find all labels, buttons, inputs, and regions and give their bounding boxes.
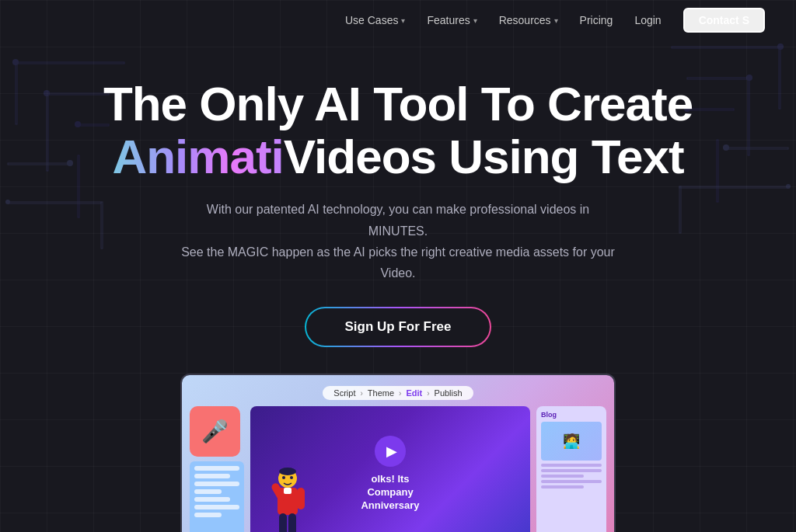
svg-point-37 bbox=[290, 476, 293, 479]
nav-resources[interactable]: Resources ▾ bbox=[499, 14, 558, 26]
steps-pill: Script › Theme › Edit › Publish bbox=[323, 386, 473, 400]
video-text: olks! Its Company Anniversary bbox=[361, 473, 419, 513]
hero-title-line2: Animati Videos Using Text bbox=[112, 130, 683, 183]
preview-frame: Script › Theme › Edit › Publish 🎤 bbox=[180, 374, 616, 532]
person-icon: 🧑‍💻 bbox=[563, 433, 580, 450]
text-line-5 bbox=[194, 497, 230, 502]
nav-features-label: Features bbox=[427, 14, 470, 26]
hero-title-line1: The Only AI Tool To Create bbox=[103, 78, 693, 130]
blog-text-lines bbox=[541, 464, 602, 489]
svg-rect-31 bbox=[284, 488, 292, 494]
chevron-down-icon: ▾ bbox=[473, 16, 477, 25]
mic-icon: 🎤 bbox=[201, 419, 229, 444]
chevron-down-icon: ▾ bbox=[554, 16, 558, 25]
nav-features[interactable]: Features ▾ bbox=[427, 14, 477, 26]
cta-wrapper: Sign Up For Free bbox=[306, 308, 491, 346]
text-line-2 bbox=[194, 474, 230, 478]
video-text-line3: Anniversary bbox=[361, 499, 419, 511]
nav-login[interactable]: Login bbox=[634, 14, 661, 26]
video-background: ▶ olks! Its Company Anniversary bbox=[250, 406, 530, 532]
signup-button[interactable]: Sign Up For Free bbox=[306, 308, 491, 346]
left-lines-panel bbox=[190, 461, 244, 532]
play-icon: ▶ bbox=[386, 443, 397, 460]
left-panel: 🎤 bbox=[190, 406, 244, 532]
svg-rect-33 bbox=[297, 488, 305, 509]
svg-point-29 bbox=[279, 468, 296, 475]
mockup-inner: 🎤 bbox=[190, 406, 606, 532]
text-line-3 bbox=[194, 482, 239, 486]
svg-rect-35 bbox=[288, 513, 296, 532]
nav-pricing-label: Pricing bbox=[580, 14, 613, 26]
step-sep-3: › bbox=[427, 389, 429, 398]
steps-bar: Script › Theme › Edit › Publish bbox=[190, 386, 606, 400]
brand-name-highlight: Animati bbox=[112, 130, 283, 183]
text-line-6 bbox=[194, 505, 239, 509]
blog-line-5 bbox=[541, 485, 584, 489]
step-sep-2: › bbox=[399, 389, 401, 398]
right-panel: Blog 🧑‍💻 bbox=[536, 406, 606, 532]
text-line-4 bbox=[194, 489, 222, 494]
hero-title-rest: Videos Using Text bbox=[284, 130, 684, 183]
step-sep-1: › bbox=[360, 389, 362, 398]
character-figure bbox=[266, 464, 309, 532]
text-line-7 bbox=[194, 513, 222, 517]
nav-pricing[interactable]: Pricing bbox=[580, 14, 613, 26]
step-publish: Publish bbox=[435, 388, 463, 398]
center-video-panel: ▶ olks! Its Company Anniversary bbox=[250, 406, 530, 532]
preview-wrapper: Script › Theme › Edit › Publish 🎤 bbox=[0, 374, 796, 532]
navbar: Use Cases ▾ Features ▾ Resources ▾ Prici… bbox=[0, 0, 796, 40]
nav-contact-button[interactable]: Contact S bbox=[683, 8, 765, 33]
nav-login-label: Login bbox=[634, 14, 661, 26]
svg-point-36 bbox=[282, 476, 285, 479]
step-theme: Theme bbox=[368, 388, 394, 398]
blog-line-4 bbox=[541, 480, 602, 483]
step-edit-active: Edit bbox=[406, 388, 422, 398]
blog-image: 🧑‍💻 bbox=[541, 422, 602, 461]
hero-description: With our patented AI technology, you can… bbox=[180, 199, 616, 283]
blog-card: Blog 🧑‍💻 bbox=[536, 406, 606, 532]
step-script: Script bbox=[333, 388, 355, 398]
play-button[interactable]: ▶ bbox=[375, 436, 406, 467]
svg-rect-34 bbox=[279, 513, 287, 532]
video-text-line2: Company bbox=[367, 486, 413, 498]
hero-desc-line1: With our patented AI technology, you can… bbox=[207, 203, 589, 237]
video-text-line1: olks! Its bbox=[371, 473, 409, 485]
nav-use-cases[interactable]: Use Cases ▾ bbox=[345, 14, 405, 26]
nav-use-cases-label: Use Cases bbox=[345, 14, 398, 26]
app-mockup: Script › Theme › Edit › Publish 🎤 bbox=[182, 375, 614, 532]
blog-label: Blog bbox=[541, 411, 602, 419]
blog-line-2 bbox=[541, 469, 602, 472]
hero-desc-line2: See the MAGIC happen as the AI picks the… bbox=[181, 245, 615, 280]
nav-links: Use Cases ▾ Features ▾ Resources ▾ Prici… bbox=[345, 8, 765, 33]
blog-line-3 bbox=[541, 475, 584, 478]
chevron-down-icon: ▾ bbox=[401, 16, 405, 25]
background: Use Cases ▾ Features ▾ Resources ▾ Prici… bbox=[0, 0, 796, 532]
nav-resources-label: Resources bbox=[499, 14, 551, 26]
text-line-1 bbox=[194, 466, 239, 471]
blog-line-1 bbox=[541, 464, 602, 467]
hero-section: The Only AI Tool To Create Animati Video… bbox=[0, 40, 796, 346]
mic-box: 🎤 bbox=[190, 406, 240, 457]
